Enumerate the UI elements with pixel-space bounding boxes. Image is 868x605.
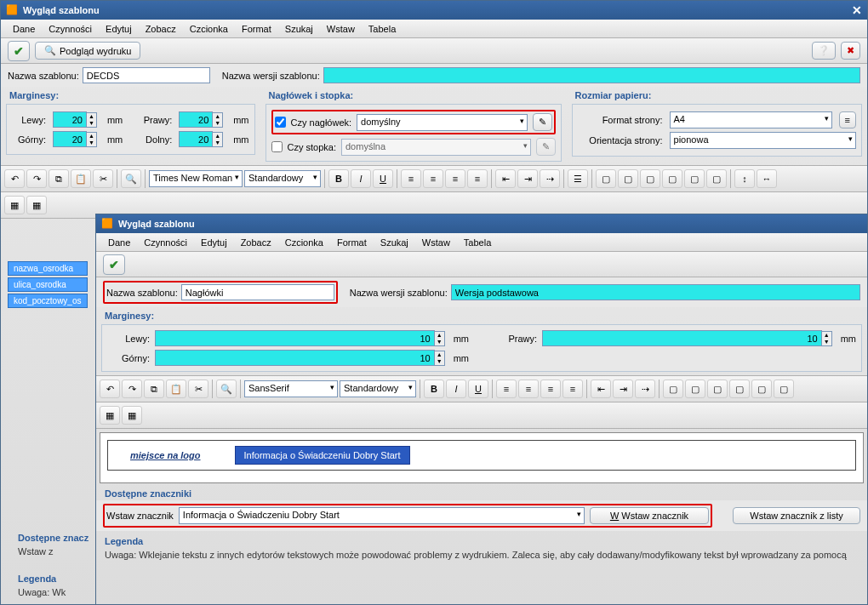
border6-button[interactable]: ▢ (706, 169, 727, 188)
redo-button[interactable]: ↷ (122, 380, 142, 398)
marker-select[interactable]: Informacja o Świadczeniu Dobry Start (179, 507, 585, 524)
zoom-button[interactable]: 🔍 (121, 169, 141, 188)
confirm-button[interactable]: ✔ (103, 254, 125, 275)
margin-top-input[interactable] (53, 131, 87, 147)
border4-button[interactable]: ▢ (729, 380, 750, 398)
confirm-button[interactable]: ✔ (8, 41, 30, 61)
border5-button[interactable]: ▢ (751, 380, 772, 398)
help-button[interactable]: ❔ (812, 42, 836, 60)
menu-format[interactable]: Format (235, 22, 278, 36)
spinner-icon[interactable]: ▲▼ (87, 112, 97, 128)
version-input[interactable] (323, 67, 860, 83)
font-select[interactable]: SansSerif (244, 380, 338, 397)
indent-left-button[interactable]: ⇤ (591, 380, 611, 398)
menu-czynnosci[interactable]: Czynności (42, 22, 99, 36)
editor-canvas[interactable]: miejsce na logo Informacja o Świadczeniu… (100, 432, 864, 483)
insert-list-button[interactable]: Wstaw znacznik z listy (733, 507, 860, 524)
margin-left-input[interactable] (53, 111, 87, 128)
table1-button[interactable]: ▦ (4, 196, 25, 214)
menu-szukaj[interactable]: Szukaj (278, 22, 320, 36)
format-extra-button[interactable]: ≡ (839, 111, 856, 128)
menu-wstaw[interactable]: Wstaw (415, 236, 457, 249)
cut-button[interactable]: ✂ (93, 169, 113, 188)
orient-select[interactable]: pionowa (670, 132, 856, 149)
child-name-input[interactable] (181, 284, 334, 300)
move-side-button[interactable]: ↔ (757, 169, 777, 188)
align-right-button[interactable]: ≡ (445, 169, 465, 188)
spinner-icon[interactable]: ▲▼ (213, 112, 223, 128)
close-icon[interactable]: ✕ (852, 3, 862, 17)
border3-button[interactable]: ▢ (707, 380, 728, 398)
border1-button[interactable]: ▢ (663, 380, 683, 398)
spinner-icon[interactable]: ▲▼ (213, 132, 223, 147)
menu-czcionka[interactable]: Czcionka (278, 236, 330, 249)
indent-right-button[interactable]: ⇥ (517, 169, 538, 188)
tag-item[interactable]: kod_pocztowy_os (8, 294, 88, 308)
table2-button[interactable]: ▦ (122, 406, 142, 425)
menu-edytuj[interactable]: Edytuj (99, 22, 139, 36)
border2-button[interactable]: ▢ (618, 169, 638, 188)
menu-dane[interactable]: Dane (101, 236, 137, 249)
border3-button[interactable]: ▢ (640, 169, 660, 188)
menu-tabela[interactable]: Tabela (457, 236, 498, 249)
c-left-input[interactable] (155, 330, 435, 346)
zoom-button[interactable]: 🔍 (216, 380, 237, 398)
menu-edytuj[interactable]: Edytuj (194, 236, 234, 249)
move-up-button[interactable]: ↕ (734, 169, 755, 188)
italic-button[interactable]: I (446, 380, 466, 398)
info-tag[interactable]: Informacja o Świadczeniu Dobry Start (235, 446, 410, 465)
style-select[interactable]: Standardowy (340, 380, 416, 397)
align-left-button[interactable]: ≡ (496, 380, 517, 398)
spinner-icon[interactable]: ▲▼ (435, 331, 445, 346)
list-button[interactable]: ☰ (568, 169, 588, 188)
indent-right-button[interactable]: ⇥ (613, 380, 633, 398)
bold-button[interactable]: B (328, 169, 349, 188)
header-checkbox[interactable] (275, 117, 286, 128)
print-preview-button[interactable]: 🔍 Podgląd wydruku (35, 42, 140, 60)
c-right-input[interactable] (542, 330, 822, 346)
template-name-input[interactable] (83, 67, 210, 83)
footer-checkbox[interactable] (271, 141, 283, 152)
align-center-button[interactable]: ≡ (423, 169, 443, 188)
underline-button[interactable]: U (468, 380, 488, 398)
table1-button[interactable]: ▦ (100, 406, 120, 425)
border6-button[interactable]: ▢ (774, 380, 794, 398)
menu-czcionka[interactable]: Czcionka (183, 22, 235, 36)
paste-button[interactable]: 📋 (71, 169, 91, 188)
menu-szukaj[interactable]: Szukaj (374, 236, 415, 249)
align-left-button[interactable]: ≡ (401, 169, 421, 188)
insert-marker-button[interactable]: WWstaw znacznik (590, 507, 709, 524)
indent-left-button[interactable]: ⇤ (495, 169, 516, 188)
indent-button[interactable]: ⇢ (635, 380, 655, 398)
edit-header-button[interactable]: ✎ (533, 113, 552, 131)
align-justify-button[interactable]: ≡ (562, 380, 583, 398)
copy-button[interactable]: ⧉ (49, 169, 69, 188)
spinner-icon[interactable]: ▲▼ (435, 351, 445, 366)
cut-button[interactable]: ✂ (188, 380, 208, 398)
spinner-icon[interactable]: ▲▼ (87, 132, 97, 147)
cancel-button[interactable]: ✖ (841, 42, 860, 60)
align-center-button[interactable]: ≡ (518, 380, 539, 398)
tag-item[interactable]: ulica_osrodka (8, 277, 88, 292)
menu-dane[interactable]: Dane (6, 22, 42, 36)
border4-button[interactable]: ▢ (662, 169, 682, 188)
margin-bottom-input[interactable] (179, 131, 213, 147)
align-justify-button[interactable]: ≡ (467, 169, 488, 188)
menu-format[interactable]: Format (330, 236, 374, 249)
c-top-input[interactable] (155, 350, 435, 366)
menu-czynnosci[interactable]: Czynności (137, 236, 194, 249)
margin-right-input[interactable] (179, 111, 213, 128)
menu-wstaw[interactable]: Wstaw (320, 22, 362, 36)
undo-button[interactable]: ↶ (100, 380, 120, 398)
tag-item[interactable]: nazwa_osrodka (8, 261, 88, 276)
border5-button[interactable]: ▢ (684, 169, 705, 188)
copy-button[interactable]: ⧉ (144, 380, 164, 398)
redo-button[interactable]: ↷ (26, 169, 47, 188)
indent-button[interactable]: ⇢ (540, 169, 560, 188)
align-right-button[interactable]: ≡ (540, 380, 561, 398)
format-select[interactable]: A4 (670, 111, 832, 128)
style-select[interactable]: Standardowy (244, 170, 321, 187)
italic-button[interactable]: I (351, 169, 371, 188)
table2-button[interactable]: ▦ (26, 196, 47, 214)
menu-zobacz[interactable]: Zobacz (234, 236, 278, 249)
